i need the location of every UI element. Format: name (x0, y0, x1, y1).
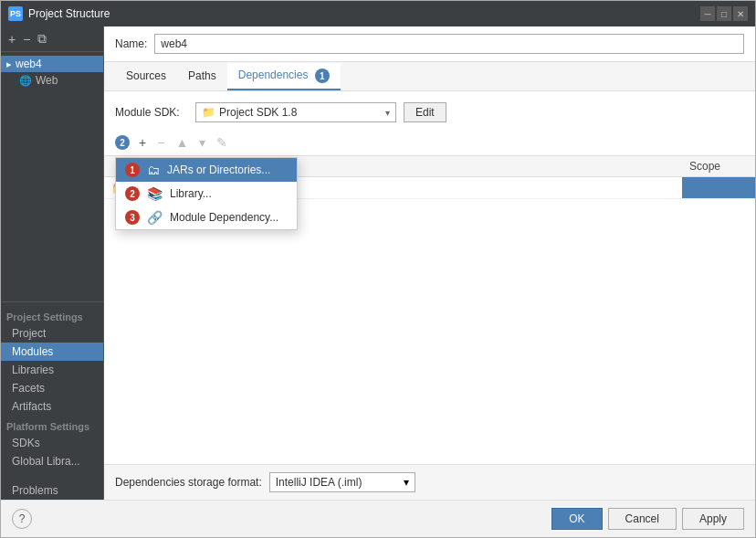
dropdown-item-jars[interactable]: 1 🗂 JARs or Directories... (116, 158, 297, 182)
tab-paths[interactable]: Paths (177, 64, 227, 90)
jars-icon: 🗂 (147, 163, 160, 177)
dropdown-item-module-dep[interactable]: 3 🔗 Module Dependency... (116, 206, 297, 229)
dep-toolbar: 2 + − ▲ ▾ ✎ 1 🗂 JARs or Directories... (104, 130, 755, 156)
module-dep-icon: 🔗 (147, 210, 163, 225)
storage-select[interactable]: IntelliJ IDEA (.iml) ▾ (269, 472, 415, 492)
minimize-button[interactable]: ─ (700, 6, 715, 21)
sidebar-item-facets[interactable]: Facets (1, 379, 103, 397)
web-icon: 🌐 (19, 75, 32, 87)
help-button[interactable]: ? (12, 509, 32, 529)
window-controls: ─ □ ✕ (700, 6, 748, 21)
toolbar-badge: 2 (115, 135, 130, 150)
sidebar-item-project[interactable]: Project (1, 324, 103, 343)
dep-move-down-button[interactable]: ▾ (195, 133, 209, 152)
sdk-label: Module SDK: (115, 106, 188, 119)
main-area: + − ⧉ ▸ web4 🌐 Web Project Settings Proj… (1, 26, 755, 500)
close-button[interactable]: ✕ (733, 6, 748, 21)
ok-button[interactable]: OK (551, 508, 602, 530)
name-input[interactable] (154, 34, 744, 54)
folder-icon: ▸ (6, 58, 12, 70)
sidebar-item-problems[interactable]: Problems (1, 481, 103, 500)
sdk-icon: 📁 (202, 106, 215, 119)
sdk-value: Project SDK 1.8 (219, 106, 382, 119)
name-row: Name: (104, 26, 755, 62)
dropdown-item-library[interactable]: 2 📚 Library... (116, 182, 297, 206)
sidebar-add-button[interactable]: + (6, 32, 17, 47)
sidebar-toolbar: + − ⧉ (1, 26, 103, 52)
project-structure-window: PS Project Structure ─ □ ✕ + − ⧉ ▸ web4 … (0, 0, 756, 538)
sidebar-item-artifacts[interactable]: Artifacts (1, 397, 103, 416)
tab-dependencies[interactable]: Dependencies 1 (227, 63, 341, 90)
title-bar: PS Project Structure ─ □ ✕ (1, 1, 755, 26)
sidebar-remove-button[interactable]: − (21, 32, 32, 47)
sidebar-item-libraries[interactable]: Libraries (1, 361, 103, 379)
app-icon: PS (8, 6, 23, 21)
tab-sources[interactable]: Sources (115, 64, 177, 90)
dropdown-item-2-label: Library... (170, 187, 212, 200)
window-title: Project Structure (28, 7, 110, 20)
maximize-button[interactable]: □ (717, 6, 731, 21)
project-settings-section: Project Settings (1, 306, 103, 324)
dep-edit-button[interactable]: ✎ (213, 133, 231, 152)
tab-dependencies-label: Dependencies (238, 69, 309, 81)
tree-item-web[interactable]: 🌐 Web (1, 72, 103, 89)
storage-chevron-icon: ▾ (404, 476, 409, 489)
sidebar: + − ⧉ ▸ web4 🌐 Web Project Settings Proj… (1, 26, 104, 500)
dropdown-item-2-badge: 2 (125, 186, 140, 201)
dep-move-up-button[interactable]: ▲ (172, 133, 192, 152)
content-area: Name: Sources Paths Dependencies 1 Modul… (104, 26, 755, 500)
title-bar-left: PS Project Structure (8, 6, 110, 21)
dep-remove-button[interactable]: − (153, 133, 168, 152)
storage-label: Dependencies storage format: (115, 476, 262, 489)
dropdown-item-3-label: Module Dependency... (170, 211, 278, 224)
tree-area: ▸ web4 🌐 Web (1, 52, 103, 301)
library-icon: 📚 (147, 186, 163, 201)
add-dropdown-menu: 1 🗂 JARs or Directories... 2 📚 Library..… (115, 157, 298, 230)
storage-value: IntelliJ IDEA (.iml) (276, 476, 400, 489)
dep-add-button[interactable]: + (135, 133, 150, 152)
tabs-row: Sources Paths Dependencies 1 (104, 62, 755, 91)
cancel-button[interactable]: Cancel (608, 508, 677, 530)
edit-sdk-button[interactable]: Edit (404, 102, 446, 122)
dependencies-content: Module SDK: 📁 Project SDK 1.8 ▾ Edit 2 +… (104, 91, 755, 500)
sidebar-item-global-libraries[interactable]: Global Libra... (1, 452, 103, 470)
name-label: Name: (115, 37, 147, 50)
sdk-row: Module SDK: 📁 Project SDK 1.8 ▾ Edit (104, 99, 755, 130)
tree-item-web4[interactable]: ▸ web4 (1, 56, 103, 72)
dependencies-badge: 1 (315, 69, 330, 83)
sidebar-copy-button[interactable]: ⧉ (36, 31, 48, 47)
dep-col-scope: Scope (682, 156, 755, 177)
dropdown-item-1-label: JARs or Directories... (167, 164, 270, 176)
sdk-select[interactable]: 📁 Project SDK 1.8 ▾ (195, 102, 396, 122)
sidebar-item-modules[interactable]: Modules (1, 343, 103, 361)
sdk-chevron-icon: ▾ (385, 108, 390, 118)
sidebar-item-sdks[interactable]: SDKs (1, 434, 103, 452)
scope-cell (682, 177, 755, 199)
tree-item-label: web4 (16, 58, 42, 70)
bottom-bar: ? OK Cancel Apply (1, 500, 755, 537)
dropdown-item-1-badge: 1 (125, 163, 140, 177)
tree-child-label: Web (36, 74, 58, 87)
apply-button[interactable]: Apply (682, 508, 744, 530)
platform-settings-section: Platform Settings (1, 416, 103, 434)
storage-row: Dependencies storage format: IntelliJ ID… (104, 464, 755, 500)
dropdown-item-3-badge: 3 (125, 210, 140, 225)
